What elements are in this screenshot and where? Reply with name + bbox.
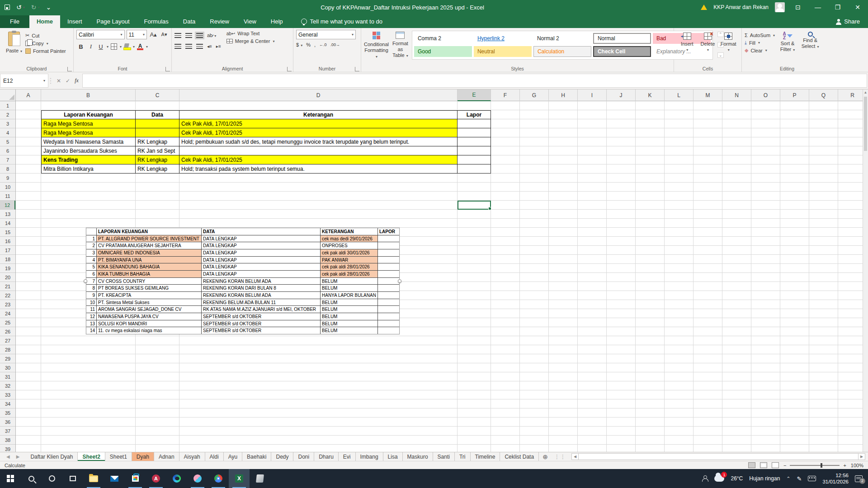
merge-center-button[interactable]: Merge & Center ▾ <box>226 38 275 44</box>
zoom-level[interactable]: 100% <box>851 463 863 468</box>
cell-laporan-row3[interactable]: Raga Mega Sentosa <box>41 119 136 128</box>
row-header-22[interactable]: 22 <box>0 291 15 300</box>
taskbar-store-button[interactable] <box>125 469 146 488</box>
sheet-tab-maskuro[interactable]: Maskuro <box>403 452 433 461</box>
main-table-header-cell[interactable]: Keterangan <box>179 110 458 119</box>
touch-keyboard-icon[interactable] <box>808 476 816 481</box>
column-header-E[interactable]: E <box>458 89 491 101</box>
ribbon-tab-review[interactable]: Review <box>203 15 236 28</box>
cell-data-row8[interactable]: RK Lengkap <box>136 164 179 174</box>
new-sheet-button[interactable]: ⊕ <box>539 452 552 461</box>
main-table-header-cell[interactable]: Lapor <box>458 110 491 119</box>
cell-keterangan-row4[interactable]: Cek Pak Aldi, 17/01/2025 <box>179 128 458 137</box>
taskbar-red-a-app-button[interactable]: A <box>146 469 166 488</box>
column-header-G[interactable]: G <box>520 89 549 101</box>
percent-style-icon[interactable]: % <box>306 42 311 47</box>
redo-icon[interactable]: ↻▾ <box>31 4 40 11</box>
sheet-tab-dedy[interactable]: Dedy <box>271 452 293 461</box>
ribbon-tab-home[interactable]: Home <box>29 15 60 28</box>
increase-decimal-icon[interactable]: ←.0 <box>319 42 327 47</box>
cell-style-good[interactable]: Good <box>414 46 472 57</box>
sheet-tab-santi[interactable]: Santi <box>433 452 455 461</box>
row-header-8[interactable]: 8 <box>0 164 15 174</box>
ribbon-tab-data[interactable]: Data <box>176 15 203 28</box>
top-align-icon[interactable] <box>175 33 181 38</box>
bold-button[interactable]: B <box>76 42 85 51</box>
taskbar-mail-button[interactable] <box>104 469 125 488</box>
alignment-dialog-launcher-icon[interactable] <box>287 67 292 71</box>
cell-lapor-row5[interactable] <box>458 137 491 146</box>
ribbon-tab-file[interactable]: File <box>0 15 29 28</box>
row-header-21[interactable]: 21 <box>0 282 15 291</box>
sheet-tab-daftar-klien-dyah[interactable]: Daftar Klien Dyah <box>26 452 78 461</box>
row-header-38[interactable]: 38 <box>0 436 15 445</box>
picture-handle-right[interactable] <box>398 279 401 283</box>
enter-icon[interactable]: ✓ <box>66 78 70 84</box>
align-left-icon[interactable] <box>175 44 181 49</box>
row-header-31[interactable]: 31 <box>0 372 15 381</box>
zoom-out-icon[interactable]: − <box>783 463 786 468</box>
notification-center-icon[interactable] <box>855 475 863 482</box>
column-header-A[interactable]: A <box>16 89 41 101</box>
sheet-tab-aisyah[interactable]: Aisyah <box>179 452 205 461</box>
row-header-20[interactable]: 20 <box>0 273 15 282</box>
clear-button[interactable]: ◆Clear ▾ <box>745 47 775 53</box>
font-color-button[interactable]: A <box>136 42 145 51</box>
restore-button[interactable]: ❐ <box>831 4 844 11</box>
undo-icon[interactable]: ↺▾ <box>16 4 25 11</box>
page-layout-view-icon[interactable] <box>760 462 767 468</box>
column-header-I[interactable]: I <box>578 89 607 101</box>
row-header-18[interactable]: 18 <box>0 255 15 264</box>
row-header-15[interactable]: 15 <box>0 228 15 237</box>
page-break-view-icon[interactable] <box>772 462 779 468</box>
middle-align-icon[interactable] <box>185 33 192 38</box>
customize-qat-icon[interactable]: ⌄ <box>46 4 52 11</box>
sheet-tab-sheet1[interactable]: Sheet1 <box>105 452 132 461</box>
borders-button[interactable] <box>109 42 118 51</box>
sheet-tab-baehaki[interactable]: Baehaki <box>242 452 271 461</box>
cell-laporan-row4[interactable]: Raga Mega Sentosa <box>41 128 136 137</box>
row-header-25[interactable]: 25 <box>0 318 15 327</box>
wrap-text-button[interactable]: ab↩Wrap Text <box>226 31 275 36</box>
scroll-up-icon[interactable]: ▲ <box>863 89 868 96</box>
ribbon-tab-view[interactable]: View <box>236 15 264 28</box>
ribbon-tab-page-layout[interactable]: Page Layout <box>90 15 137 28</box>
column-header-Q[interactable]: Q <box>809 89 838 101</box>
vertical-scrollbar[interactable]: ▲ <box>863 89 868 452</box>
sheet-tab-imbang[interactable]: Imbang <box>356 452 383 461</box>
ribbon-tab-insert[interactable]: Insert <box>60 15 90 28</box>
row-header-14[interactable]: 14 <box>0 219 15 228</box>
clock[interactable]: 12:56 31/01/2026 <box>822 472 849 485</box>
zoom-slider[interactable] <box>790 465 840 466</box>
column-header-O[interactable]: O <box>751 89 780 101</box>
row-header-2[interactable]: 2 <box>0 110 15 119</box>
avatar[interactable] <box>775 2 785 12</box>
italic-button[interactable]: I <box>86 42 95 51</box>
main-table-header-cell[interactable]: Laporan Keuangan <box>41 110 136 119</box>
column-header-L[interactable]: L <box>665 89 693 101</box>
insert-cells-button[interactable]: Insert▾ <box>677 30 698 52</box>
cell-laporan-row8[interactable]: Mitra Billion Intikarya <box>41 164 136 174</box>
row-header-27[interactable]: 27 <box>0 336 15 345</box>
insert-function-icon[interactable]: fx <box>75 77 79 84</box>
row-header-6[interactable]: 6 <box>0 146 15 155</box>
row-header-12[interactable]: 12 <box>0 201 15 210</box>
ribbon-tab-help[interactable]: Help <box>264 15 290 28</box>
next-sheet-icon[interactable]: ▶ <box>16 454 20 459</box>
decrease-decimal-icon[interactable]: .00→ <box>330 42 340 47</box>
sheet-tab-ayu[interactable]: Ayu <box>224 452 242 461</box>
cell-style-calculation[interactable]: Calculation <box>533 46 591 57</box>
zoom-in-icon[interactable]: + <box>843 463 846 468</box>
row-header-4[interactable]: 4 <box>0 128 15 137</box>
conditional-formatting-button[interactable]: Conditional Formatting ▾ <box>364 30 389 60</box>
row-header-26[interactable]: 26 <box>0 327 15 336</box>
cut-button[interactable]: ✂Cut <box>25 33 66 38</box>
sheet-tab-aldi[interactable]: Aldi <box>205 452 224 461</box>
cell-data-row5[interactable]: RK Lengkap <box>136 137 179 146</box>
align-center-icon[interactable] <box>185 44 192 49</box>
cell-style-checkcell[interactable]: Check Cell <box>593 46 651 57</box>
increase-indent-icon[interactable]: ▸≡ <box>216 44 221 49</box>
cell-data-row3[interactable] <box>136 119 179 128</box>
copy-button[interactable]: Copy ▾ <box>25 41 66 46</box>
sheet-tab-evi[interactable]: Evi <box>339 452 356 461</box>
